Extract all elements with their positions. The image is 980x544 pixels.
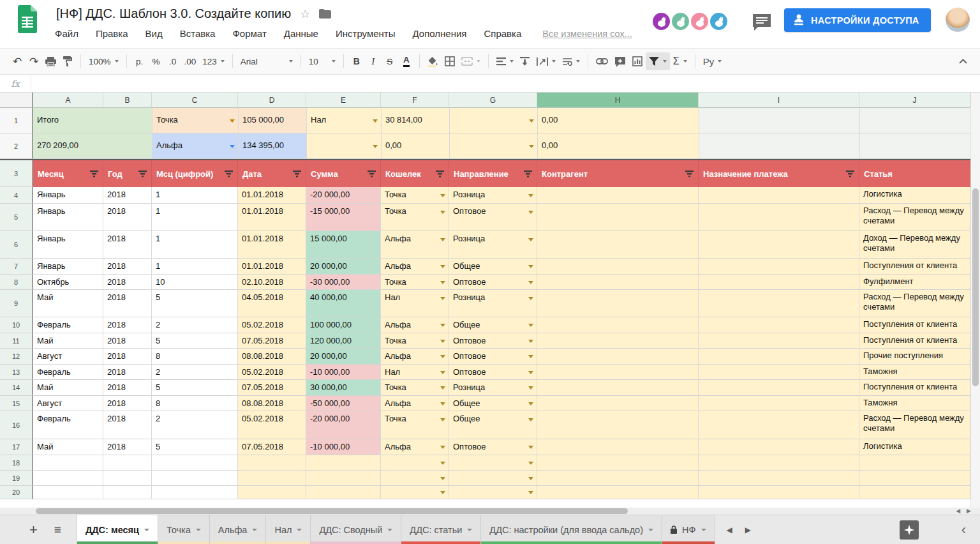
cell-C14[interactable]: 5 bbox=[152, 380, 238, 396]
dropdown-arrow-icon[interactable] bbox=[528, 355, 533, 358]
horizontal-scrollbar[interactable]: ◀ ▶ bbox=[0, 508, 980, 515]
cell-G1[interactable] bbox=[450, 108, 538, 133]
row-header-8[interactable]: 8 bbox=[0, 275, 33, 290]
cell-D4[interactable]: 01.01.2018 bbox=[238, 187, 306, 204]
cell-H20[interactable] bbox=[537, 486, 699, 499]
cell-G15[interactable]: Общее bbox=[449, 396, 537, 411]
cell-B6[interactable]: 2018 bbox=[103, 231, 152, 259]
sheet-tab-menu-icon[interactable] bbox=[252, 529, 257, 531]
dropdown-arrow-icon[interactable] bbox=[440, 238, 445, 241]
cell-C8[interactable]: 10 bbox=[152, 275, 238, 290]
cell-G13[interactable]: Оптовое bbox=[449, 365, 537, 380]
cell-E9[interactable]: 40 000,00 bbox=[306, 290, 381, 317]
cell-H6[interactable] bbox=[537, 231, 699, 259]
cell-B16[interactable]: 2018 bbox=[103, 411, 152, 439]
cell-H15[interactable] bbox=[537, 396, 699, 411]
dropdown-arrow-icon[interactable] bbox=[440, 462, 445, 465]
redo-button[interactable]: ↷ bbox=[26, 52, 42, 70]
collapse-toolbar-button[interactable] bbox=[954, 52, 971, 70]
cell-G16[interactable]: Общее bbox=[449, 411, 537, 439]
cell-A7[interactable]: Январь bbox=[33, 259, 103, 275]
format-percent-button[interactable]: % bbox=[148, 52, 165, 70]
cell-AB2[interactable]: 270 209,00 bbox=[33, 133, 152, 159]
dropdown-arrow-icon[interactable] bbox=[440, 418, 445, 421]
cell-C11[interactable]: 5 bbox=[152, 333, 238, 349]
scroll-left-icon[interactable]: ◀ bbox=[956, 508, 960, 514]
cell-G14[interactable]: Розница bbox=[449, 380, 537, 396]
functions-button[interactable]: Σ bbox=[670, 52, 690, 70]
cell-E12[interactable]: 20 000,00 bbox=[306, 349, 381, 365]
cell-J7[interactable]: Поступления от клиента bbox=[859, 259, 970, 275]
cell-C13[interactable]: 2 bbox=[152, 365, 238, 380]
cell-D20[interactable] bbox=[238, 486, 306, 499]
row-header-11[interactable]: 11 bbox=[0, 333, 33, 349]
cell-H8[interactable] bbox=[537, 275, 699, 290]
cell-A12[interactable]: Август bbox=[33, 349, 103, 365]
cell-A10[interactable]: Февраль bbox=[33, 317, 103, 333]
dropdown-arrow-icon[interactable] bbox=[440, 194, 445, 197]
cell-I10[interactable] bbox=[699, 317, 859, 333]
cell-J4[interactable]: Логистика bbox=[859, 187, 970, 204]
cell-G9[interactable]: Розница bbox=[449, 290, 537, 317]
cell-A6[interactable]: Январь bbox=[33, 231, 103, 259]
cell-D15[interactable]: 08.08.2018 bbox=[238, 396, 306, 411]
menu-Файл[interactable]: Файл bbox=[55, 28, 78, 39]
cell-J1[interactable] bbox=[860, 108, 970, 133]
cell-D10[interactable]: 05.02.2018 bbox=[238, 317, 306, 333]
cell-I4[interactable] bbox=[699, 187, 859, 204]
dropdown-arrow-icon[interactable] bbox=[528, 211, 533, 214]
cell-E4[interactable]: -20 000,00 bbox=[306, 187, 381, 204]
dropdown-arrow-icon[interactable] bbox=[373, 145, 378, 148]
cell-D11[interactable]: 07.05.2018 bbox=[238, 333, 306, 349]
row-header-7[interactable]: 7 bbox=[0, 259, 33, 275]
cell-A16[interactable]: Февраль bbox=[33, 411, 103, 439]
cell-I16[interactable] bbox=[699, 411, 859, 439]
cell-D14[interactable]: 07.05.2018 bbox=[238, 380, 306, 396]
column-header-B[interactable]: B bbox=[103, 93, 152, 108]
dropdown-arrow-icon[interactable] bbox=[528, 324, 533, 327]
cell-D9[interactable]: 04.05.2018 bbox=[238, 290, 306, 317]
cell-A15[interactable]: Август bbox=[33, 396, 103, 411]
dropdown-arrow-icon[interactable] bbox=[529, 119, 534, 123]
filter-header-F[interactable]: Кошелек bbox=[381, 160, 449, 187]
filter-icon[interactable] bbox=[368, 170, 376, 178]
cell-B8[interactable]: 2018 bbox=[103, 275, 152, 290]
column-header-G[interactable]: G bbox=[449, 93, 537, 108]
cell-I18[interactable] bbox=[699, 455, 859, 471]
star-icon[interactable]: ☆ bbox=[300, 8, 310, 20]
cell-H7[interactable] bbox=[537, 259, 699, 275]
share-settings-button[interactable]: НАСТРОЙКИ ДОСТУПА bbox=[784, 8, 931, 32]
cell-G12[interactable]: Оптовое bbox=[449, 349, 537, 365]
cell-D1[interactable]: 105 000,00 bbox=[239, 108, 307, 133]
dropdown-arrow-icon[interactable] bbox=[373, 119, 378, 123]
dropdown-arrow-icon[interactable] bbox=[528, 418, 533, 421]
filter-icon[interactable] bbox=[138, 170, 147, 178]
increase-decimals-button[interactable]: .00 bbox=[181, 52, 200, 70]
cell-C12[interactable]: 8 bbox=[152, 349, 238, 365]
insert-comment-button[interactable] bbox=[611, 52, 629, 70]
anonymous-kangaroo-avatar[interactable] bbox=[671, 11, 690, 31]
cell-C15[interactable]: 8 bbox=[152, 396, 238, 411]
cell-H18[interactable] bbox=[537, 455, 699, 471]
row-header-6[interactable]: 6 bbox=[0, 231, 33, 259]
cell-F4[interactable]: Точка bbox=[381, 187, 449, 204]
cell-A11[interactable]: Май bbox=[33, 333, 103, 349]
menu-Вставка[interactable]: Вставка bbox=[180, 28, 216, 39]
cell-I15[interactable] bbox=[699, 396, 859, 411]
insert-chart-button[interactable] bbox=[629, 52, 646, 70]
cell-E1[interactable]: Нал bbox=[307, 108, 382, 133]
column-header-E[interactable]: E bbox=[306, 93, 381, 108]
cell-H5[interactable] bbox=[537, 204, 699, 231]
cell-D16[interactable]: 05.02.2018 bbox=[238, 411, 306, 439]
row-header-1[interactable]: 1 bbox=[0, 108, 33, 133]
formula-input[interactable] bbox=[31, 75, 980, 92]
document-title[interactable]: [НФ] ДДС. Шаблон 3.0. Создайте копию bbox=[56, 6, 291, 21]
row-header-12[interactable]: 12 bbox=[0, 349, 33, 365]
cell-I2[interactable] bbox=[699, 133, 860, 159]
cell-J15[interactable]: Таможня bbox=[859, 396, 970, 411]
cell-F20[interactable] bbox=[381, 486, 449, 499]
cell-J6[interactable]: Доход — Перевод между счетами bbox=[859, 231, 970, 259]
cell-J9[interactable]: Расход — Перевод между счетами bbox=[859, 290, 970, 317]
font-size-select[interactable]: 10 bbox=[306, 52, 339, 70]
cell-F13[interactable]: Нал bbox=[381, 365, 449, 380]
